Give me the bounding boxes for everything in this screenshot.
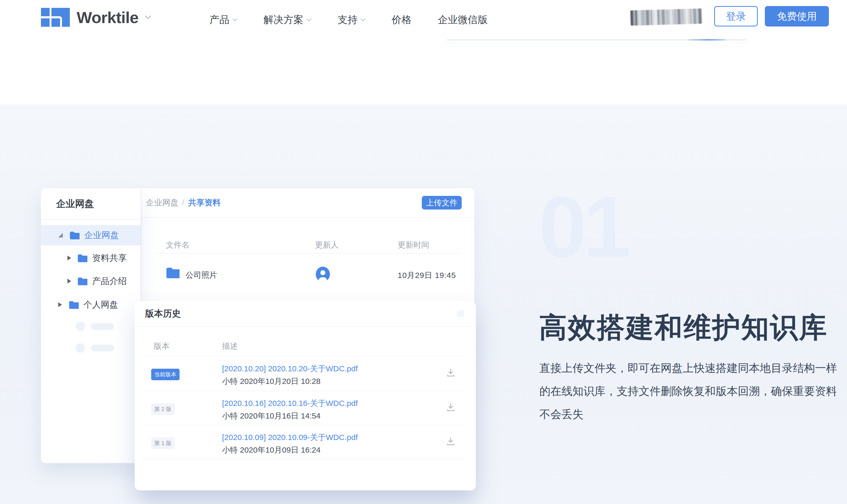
file-name: 公司照片: [186, 270, 217, 281]
feature-title: 高效搭建和维护知识库: [539, 309, 828, 346]
page: Worktile 产品 解决方案 支持 价格 企业微信版 登: [0, 0, 847, 504]
version-meta: 小特 2020年10月20日 10:28: [222, 376, 321, 387]
modal-title: 版本历史: [145, 308, 181, 320]
free-use-button[interactable]: 免费使用: [765, 6, 829, 26]
chevron-down-icon: [361, 17, 365, 21]
caret-collapsed-icon[interactable]: [67, 256, 71, 260]
main-nav: 产品 解决方案 支持 价格 企业微信版: [209, 0, 488, 39]
modal-corner-icon: [457, 310, 464, 317]
nav-item-label: 支持: [338, 13, 358, 26]
tree-item-personal-disk[interactable]: 个人网盘: [41, 294, 141, 315]
skeleton-row: [75, 322, 114, 331]
column-header-version: 版本: [154, 341, 170, 352]
sidebar-title: 企业网盘: [41, 188, 141, 220]
version-badge: 第 2 版: [151, 403, 175, 415]
row-divider: [145, 459, 464, 460]
tree-item-label: 资料共享: [92, 252, 127, 264]
netdisk-sidebar-panel: 企业网盘 企业网盘 资料共享 产品介绍: [41, 188, 141, 463]
column-header-updater: 更新人: [315, 240, 339, 250]
caret-collapsed-icon[interactable]: [67, 279, 71, 284]
column-header-filename: 文件名: [166, 240, 190, 250]
nav-item-label: 价格: [392, 13, 412, 26]
version-file-link[interactable]: [2020.10.09] 2020.10.09-关于WDC.pdf: [222, 432, 358, 443]
worktile-logo-text: Worktile: [76, 8, 138, 27]
worktile-logo-icon: [41, 8, 70, 27]
folder-icon: [69, 301, 79, 309]
breadcrumb: 企业网盘 / 共享资料: [146, 197, 221, 208]
tree-item-label: 企业网盘: [84, 230, 119, 241]
version-row: 当前版本 [2020.10.20] 2020.10.20-关于WDC.pdf 小…: [135, 357, 476, 390]
nav-item-label: 企业微信版: [438, 13, 488, 26]
column-header-updated-time: 更新时间: [398, 240, 429, 250]
blurred-phone-number: [630, 8, 702, 26]
version-badge: 第 1 版: [151, 437, 175, 449]
breadcrumb-root[interactable]: 企业网盘: [146, 197, 178, 208]
version-row: 第 1 版 [2020.10.09] 2020.10.09-关于WDC.pdf …: [135, 425, 476, 459]
download-icon[interactable]: [445, 367, 456, 379]
folder-icon: [77, 277, 87, 285]
top-navbar: Worktile 产品 解决方案 支持 价格 企业微信版 登: [0, 0, 847, 39]
tree-item-shared-docs[interactable]: 资料共享: [41, 248, 141, 268]
person-icon: [316, 267, 330, 282]
caret-collapsed-icon[interactable]: [58, 302, 62, 307]
chevron-down-icon: [232, 17, 237, 21]
worktile-logo[interactable]: Worktile: [41, 6, 151, 28]
skeleton-bar: [91, 345, 114, 352]
skeleton-circle: [75, 322, 85, 331]
login-button[interactable]: 登录: [714, 6, 758, 26]
version-history-modal: 版本历史 版本 描述 当前版本 [2020.10.20] 2020.10.20-…: [135, 301, 476, 490]
version-row: 第 2 版 [2020.10.16] 2020.10.16-关于WDC.pdf …: [135, 391, 476, 425]
download-icon[interactable]: [445, 436, 456, 447]
version-meta: 小特 2020年10月09日 16:24: [222, 445, 321, 455]
nav-item-products[interactable]: 产品: [209, 13, 237, 26]
folder-icon: [166, 267, 179, 278]
chevron-down-icon: [307, 17, 311, 21]
folder-icon: [77, 254, 87, 262]
updater-avatar: [316, 267, 330, 282]
caret-expanded-icon[interactable]: [58, 233, 63, 238]
skeleton-bar: [91, 323, 114, 330]
logo-chevron-down-icon: [145, 13, 151, 19]
skeleton-circle: [75, 343, 85, 353]
nav-item-support[interactable]: 支持: [338, 13, 365, 26]
tree-item-enterprise-disk[interactable]: 企业网盘: [41, 225, 141, 246]
nav-item-wechat-edition[interactable]: 企业微信版: [438, 13, 488, 26]
feature-description: 直接上传文件夹，即可在网盘上快速搭建同本地目录结构一样 的在线知识库，支持文件删…: [539, 357, 839, 426]
column-header-description: 描述: [222, 341, 238, 352]
nav-item-pricing[interactable]: 价格: [392, 13, 412, 26]
version-badge-current: 当前版本: [151, 369, 179, 380]
version-file-link[interactable]: [2020.10.20] 2020.10.20-关于WDC.pdf: [222, 363, 358, 374]
feature-index-watermark: 01: [539, 183, 627, 270]
tree-item-label: 个人网盘: [84, 299, 118, 311]
folder-icon: [70, 231, 80, 239]
files-topbar: 企业网盘 / 共享资料 上传文件: [141, 188, 474, 218]
tree-item-label: 产品介绍: [92, 275, 127, 287]
breadcrumb-current[interactable]: 共享资料: [188, 197, 221, 208]
modal-header: 版本历史: [135, 301, 476, 327]
nav-item-label: 产品: [209, 13, 229, 26]
tree-item-product-intro[interactable]: 产品介绍: [41, 271, 141, 291]
file-row-company-photos[interactable]: 公司照片 10月29日 19:45: [141, 254, 474, 295]
breadcrumb-separator: /: [182, 198, 185, 208]
upload-file-button[interactable]: 上传文件: [422, 196, 462, 210]
skeleton-row: [75, 343, 114, 353]
file-updated-time: 10月29日 19:45: [398, 270, 456, 281]
download-icon[interactable]: [445, 402, 456, 413]
nav-item-label: 解决方案: [263, 13, 304, 26]
nav-item-solutions[interactable]: 解决方案: [263, 13, 311, 26]
version-file-link[interactable]: [2020.10.16] 2020.10.16-关于WDC.pdf: [222, 398, 358, 409]
version-meta: 小特 2020年10月16日 14:54: [222, 411, 321, 421]
